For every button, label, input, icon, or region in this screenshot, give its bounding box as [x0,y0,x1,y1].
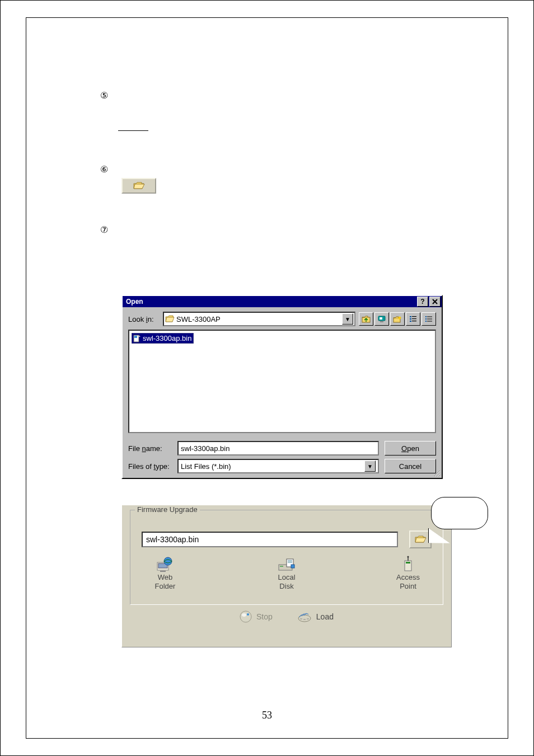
file-type-value: List Files (*.bin) [181,462,364,471]
file-type-row: Files of type: List Files (*.bin) ▼ Canc… [128,459,436,473]
details-view-button[interactable] [421,312,436,326]
access-point-icon [401,556,415,573]
web-folder-col: Web Folder [145,556,185,591]
page-number: 53 [26,710,508,721]
svg-rect-10 [412,321,416,321]
firmware-path-input[interactable]: swl-3300ap.bin [142,532,398,547]
step-5: ⑤ [98,90,501,148]
local-label-1: Local [278,573,295,582]
close-button[interactable] [429,297,441,307]
new-folder-button[interactable] [390,312,405,326]
file-name-label: File name: [128,444,172,453]
speech-bubble [431,497,488,529]
up-folder-button[interactable] [359,312,373,326]
svg-rect-13 [425,318,427,320]
load-icon [297,611,312,623]
svg-point-22 [164,557,172,565]
look-in-label: Look in: [128,315,160,323]
file-name-row: File name: swl-3300ap.bin Open [128,441,436,456]
step-6-text [117,163,501,208]
step-6-number: ⑥ [98,163,110,176]
firmware-path-value: swl-3300ap.bin [146,535,199,544]
web-label-1: Web [158,573,173,582]
ap-label-1: Access [396,573,420,582]
file-item-selected[interactable]: swl-3300ap.bin [132,333,194,344]
firmware-groupbox: Firmware Upgrade swl-3300ap.bin [130,510,443,605]
svg-rect-6 [412,316,416,317]
stop-label: Stop [256,612,273,621]
step-7-number: ⑦ [98,224,110,236]
step-5-text [117,90,501,148]
svg-rect-24 [280,566,283,567]
load-label: Load [316,612,334,621]
cancel-button[interactable]: Cancel [385,459,436,473]
access-point-col: Access Point [388,556,428,591]
svg-rect-9 [410,321,411,322]
svg-rect-18 [134,336,137,338]
look-in-value: SWL-3300AP [176,315,340,323]
look-in-combo[interactable]: SWL-3300AP ▼ [163,312,355,326]
details-view-icon [424,315,433,323]
open-dialog-toolbar [359,312,436,326]
file-name-value: swl-3300ap.bin [181,444,229,453]
svg-rect-27 [288,561,292,562]
file-item-label: swl-3300ap.bin [143,334,191,342]
load-button[interactable]: Load [297,611,334,623]
resize-icon [433,469,441,477]
local-disk-icon [277,557,297,572]
dialog-titlebar: Open ? [123,296,442,307]
svg-rect-8 [412,318,416,319]
look-in-row: Look in: SWL-3300AP ▼ [128,312,436,326]
file-list-area[interactable]: swl-3300ap.bin [128,330,436,433]
new-folder-icon [393,315,402,323]
file-type-label: Files of type: [128,462,172,471]
step-5-number: ⑤ [98,90,110,102]
svg-rect-12 [427,317,432,317]
step-7-text [117,224,501,238]
file-type-dropdown[interactable]: ▼ [364,461,376,472]
ap-label-2: Point [400,582,416,591]
svg-rect-29 [291,565,294,568]
svg-point-33 [407,556,409,558]
stop-button[interactable]: Stop [240,611,273,623]
svg-rect-5 [410,316,411,317]
svg-rect-21 [160,571,166,572]
open-file-dialog: Open ? Look in: SWL-3300AP [121,295,443,479]
svg-rect-16 [427,321,432,322]
local-label-2: Disk [279,582,293,591]
open-folder-icon [414,535,427,544]
svg-rect-2 [380,317,382,320]
open-button[interactable]: Open [385,441,436,456]
look-in-dropdown[interactable]: ▼ [342,313,353,325]
svg-rect-26 [288,560,292,561]
svg-point-34 [240,611,251,622]
file-type-combo[interactable]: List Files (*.bin) ▼ [177,459,379,473]
web-label-2: Folder [155,582,176,591]
desktop-icon [377,315,386,323]
stop-icon [240,611,252,623]
svg-rect-14 [427,319,432,320]
svg-rect-11 [425,316,427,317]
step-7: ⑦ [98,224,501,238]
file-name-input[interactable]: swl-3300ap.bin [177,441,379,456]
open-folder-icon [133,181,145,190]
web-folder-icon [156,557,175,572]
svg-rect-31 [406,562,410,564]
list-view-icon [409,315,418,323]
firmware-upgrade-panel: Firmware Upgrade swl-3300ap.bin [121,505,452,647]
resize-grip[interactable] [433,469,441,477]
file-icon [133,335,140,342]
download-link-placeholder [118,123,148,131]
open-folder-icon [165,315,174,323]
up-folder-icon [362,315,371,323]
step-6: ⑥ [98,163,501,208]
svg-point-35 [242,613,246,617]
browse-button-inline[interactable] [121,178,156,194]
svg-rect-28 [288,562,292,563]
list-view-button[interactable] [406,312,420,326]
svg-rect-3 [380,321,383,322]
svg-rect-7 [410,318,411,320]
desktop-button[interactable] [374,312,389,326]
svg-point-36 [247,613,249,616]
help-button[interactable]: ? [417,297,428,307]
